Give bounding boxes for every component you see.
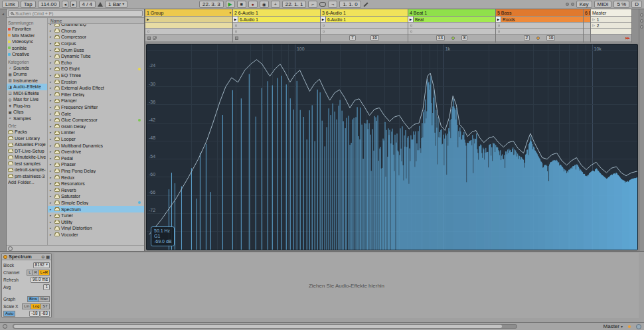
play-button[interactable]: ▶ (226, 1, 235, 8)
device-on-toggle[interactable] (3, 255, 7, 259)
expand-arrow-icon[interactable]: ▸ (50, 74, 53, 77)
track-header[interactable]: 3 6-Audio 1 (321, 9, 408, 16)
browser-collapse-icon[interactable]: ◂ (2, 11, 4, 16)
graph-bins-button[interactable]: Bins (27, 296, 39, 302)
loop-button[interactable] (319, 2, 326, 7)
device-list-item[interactable]: ▸Overdrive (48, 149, 144, 155)
device-list-item[interactable]: ▸Saturator (48, 193, 144, 200)
category-item[interactable]: ◨Audio-Effekte (7, 84, 47, 90)
horizontal-scrollbar[interactable] (13, 324, 517, 329)
session-record-button[interactable]: ◉ (260, 1, 269, 8)
clip-slot[interactable]: ▶ Roods (496, 16, 583, 22)
expand-arrow-icon[interactable]: ▸ (50, 169, 53, 173)
expand-arrow-icon[interactable]: ▸ (50, 189, 53, 192)
block-select[interactable]: 8192▾ (33, 262, 50, 268)
expand-arrow-icon[interactable]: ▸ (50, 150, 53, 153)
device-list-item[interactable]: ▸Multiband Dynamics (48, 142, 144, 149)
info-view-toggle-icon[interactable] (8, 246, 13, 251)
place-item[interactable]: Minutekite-Live-M (7, 154, 47, 161)
scalex-st-button[interactable]: ST (41, 303, 50, 309)
clip-stop-button[interactable] (147, 37, 151, 40)
graph-max-button[interactable]: Max (39, 296, 50, 302)
device-list-item[interactable]: ▸Gate (48, 110, 144, 117)
scrollbar-thumb[interactable] (14, 325, 502, 328)
track-header[interactable]: 4 Beat 1 (408, 9, 495, 16)
nudge-down-button[interactable]: ◂ (62, 1, 68, 8)
device-list-item[interactable]: ▸Vocoder (48, 232, 144, 238)
refresh-field[interactable]: 90.0 ms (31, 277, 50, 283)
clip-slot[interactable] (321, 22, 408, 28)
device-list-item[interactable]: ▸Resonators (48, 181, 144, 187)
avg-field[interactable]: 1 (43, 284, 50, 290)
device-list-item[interactable]: ▸Flanger (48, 98, 144, 104)
clip-slot[interactable] (584, 22, 590, 28)
device-list-item[interactable]: ▸Dynamic Tube (48, 53, 144, 60)
sends-section-toggle[interactable] (640, 19, 643, 23)
device-list-item[interactable]: ▸Redux (48, 174, 144, 181)
collection-item[interactable]: sonible (7, 45, 47, 52)
scalex-log-button[interactable]: Log (31, 303, 41, 309)
punch-out-button[interactable]: ¬ (328, 1, 337, 8)
scene-slot[interactable] (591, 28, 631, 34)
expand-arrow-icon[interactable]: ▸ (50, 112, 53, 116)
routing-value[interactable]: 13 (436, 35, 445, 41)
capture-midi-button[interactable]: + (271, 1, 280, 8)
device-list-item[interactable]: ▸Filter Delay (48, 92, 144, 98)
track-header[interactable]: 6 Be (584, 9, 590, 16)
place-item[interactable]: Packs (7, 129, 47, 135)
expand-arrow-icon[interactable]: ▸ (50, 214, 53, 217)
track-header[interactable]: 1 Group ▾ (145, 9, 232, 16)
expand-arrow-icon[interactable]: ▸ (50, 118, 53, 122)
routing-value[interactable]: 16 (546, 35, 555, 41)
device-list-item[interactable]: ▸Pedal (48, 155, 144, 161)
category-item[interactable]: ▥Instrumente (7, 78, 47, 84)
device-list-item[interactable]: ▸Echo (48, 60, 144, 66)
expand-arrow-icon[interactable]: ▸ (50, 99, 53, 102)
track-header[interactable]: 2 6-Audio 1 (233, 9, 320, 16)
arrangement-position-field[interactable]: 22. 3. 3 (199, 1, 224, 8)
place-item[interactable]: User Library (7, 135, 47, 142)
search-input[interactable] (15, 11, 140, 16)
scene-slot[interactable]: ▷ 1 (591, 16, 631, 22)
punch-in-button[interactable]: ⌐ (308, 1, 317, 8)
expand-arrow-icon[interactable]: ▸ (50, 157, 53, 160)
search-box[interactable] (8, 10, 143, 17)
collection-item[interactable]: Videosync (7, 39, 47, 45)
clip-stop-button[interactable] (235, 37, 238, 40)
draw-mode-icon[interactable] (363, 2, 368, 7)
loop-length-field[interactable]: 1. 1. 0 (339, 1, 361, 8)
track-header[interactable]: 5 Bass (496, 9, 583, 16)
current-track-indicator[interactable]: Master ▾ (604, 323, 623, 329)
device-list-item[interactable]: ▸Corpus (48, 41, 144, 47)
group-fold-icon[interactable]: ▾ (229, 11, 231, 15)
clip-launch-button[interactable]: ▶ (408, 17, 414, 22)
clip-slot[interactable] (408, 22, 495, 28)
place-item[interactable]: Add Folder... (7, 179, 47, 186)
expand-arrow-icon[interactable]: ▸ (50, 125, 53, 128)
expand-arrow-icon[interactable]: ▸ (50, 24, 53, 26)
hot-swap-icon[interactable]: ⊙ (41, 254, 44, 259)
clip-slot[interactable] (584, 28, 590, 34)
device-list-item[interactable]: ▸Glue Compressor (48, 117, 144, 124)
link-button[interactable]: Link (2, 1, 19, 8)
channel-lr-button[interactable]: L+R (39, 270, 50, 276)
device-list-item[interactable]: ▸EQ Eight (48, 66, 144, 72)
pan-knob[interactable] (451, 37, 455, 40)
track-activator[interactable] (153, 36, 157, 40)
collection-item[interactable]: Favoriten (7, 26, 47, 33)
category-item[interactable]: ◈Plug-Ins (7, 103, 47, 110)
routing-value[interactable]: 7 (349, 35, 356, 41)
clip-launch-button[interactable]: ▶ (233, 17, 238, 22)
info-view-toggle[interactable] (3, 324, 7, 329)
clip-slot[interactable]: ▶ 6-Audio 1 (321, 16, 408, 22)
clip-slot[interactable] (321, 28, 408, 34)
routing-value[interactable]: 2 (524, 35, 530, 41)
expand-arrow-icon[interactable]: ▸ (50, 163, 53, 166)
device-drop-zone[interactable]: Ziehen Sie Audio-Effekte hierhin (54, 253, 639, 318)
expand-arrow-icon[interactable]: ▸ (50, 233, 53, 236)
expand-arrow-icon[interactable]: ▸ (50, 220, 53, 224)
quantization-menu[interactable]: 1 Bar▾ (105, 1, 127, 8)
clip-slot[interactable] (408, 28, 495, 34)
device-list-item[interactable]: ▸Spectrum (48, 206, 144, 212)
scalex-lin-button[interactable]: Lin (22, 303, 31, 309)
